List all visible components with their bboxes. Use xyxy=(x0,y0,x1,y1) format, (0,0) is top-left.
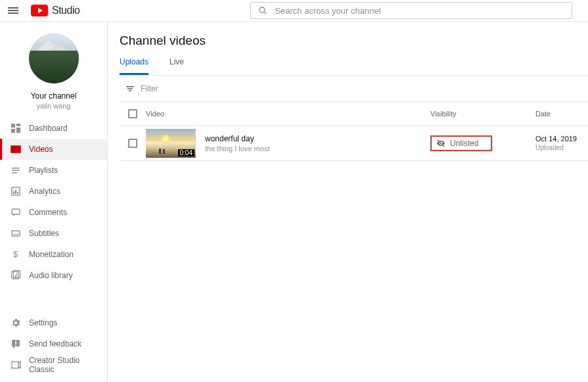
sidebar-item-label: Comments xyxy=(29,208,67,217)
tab-uploads[interactable]: Uploads xyxy=(120,57,148,75)
svg-rect-28 xyxy=(15,345,16,346)
svg-rect-31 xyxy=(127,88,133,89)
gear-icon xyxy=(11,318,29,328)
upload-status: Uploaded xyxy=(535,144,580,151)
svg-rect-5 xyxy=(16,128,20,133)
select-all-checkbox[interactable] xyxy=(128,109,137,118)
svg-line-1 xyxy=(264,12,266,14)
sidebar-item-playlists[interactable]: Playlists xyxy=(0,160,107,181)
visibility-cell[interactable]: Unlisted xyxy=(430,135,492,151)
hamburger-menu-button[interactable] xyxy=(0,6,26,15)
sidebar-item-dashboard[interactable]: Dashboard xyxy=(0,118,107,139)
svg-marker-26 xyxy=(13,346,15,348)
page-title: Channel videos xyxy=(120,34,588,48)
svg-rect-32 xyxy=(129,90,131,91)
sidebar-item-videos[interactable]: Videos xyxy=(0,139,107,160)
channel-avatar xyxy=(29,34,79,84)
youtube-play-icon xyxy=(31,5,48,16)
classic-studio-icon xyxy=(11,360,29,370)
sidebar-item-monetization[interactable]: $ Monetization xyxy=(0,244,107,265)
search-icon xyxy=(258,5,268,16)
svg-rect-18 xyxy=(13,234,16,235)
svg-rect-17 xyxy=(12,231,20,236)
table-row[interactable]: 0:04 wonderful day the thing I love most… xyxy=(120,126,588,161)
sidebar-item-subtitles[interactable]: Subtitles xyxy=(0,223,107,244)
svg-rect-8 xyxy=(12,168,20,169)
dashboard-icon xyxy=(11,123,29,133)
video-description: the thing I love most xyxy=(205,145,430,153)
logo-text: Studio xyxy=(52,5,79,16)
monetization-icon: $ xyxy=(11,249,29,260)
sidebar-item-analytics[interactable]: Analytics xyxy=(0,181,107,202)
svg-rect-10 xyxy=(12,172,17,174)
sidebar-item-classic[interactable]: Creator Studio Classic xyxy=(0,354,107,375)
channel-name: yalin wang xyxy=(0,102,107,110)
upload-date: Oct 14, 2019 xyxy=(535,135,580,143)
search-box[interactable] xyxy=(250,2,572,19)
column-visibility[interactable]: Visibility xyxy=(430,110,535,118)
sidebar-item-label: Playlists xyxy=(29,166,58,175)
sidebar-item-settings[interactable]: Settings xyxy=(0,312,107,333)
sidebar-item-audio-library[interactable]: Audio library xyxy=(0,265,107,286)
sidebar-item-label: Monetization xyxy=(29,250,74,259)
table-header: Video Visibility Date xyxy=(120,102,588,126)
svg-rect-3 xyxy=(16,124,20,126)
studio-logo[interactable]: Studio xyxy=(31,5,79,16)
sidebar-item-label: Creator Studio Classic xyxy=(29,356,107,374)
svg-rect-24 xyxy=(16,273,17,275)
sidebar-item-label: Audio library xyxy=(29,271,73,280)
svg-rect-15 xyxy=(12,209,20,214)
playlists-icon xyxy=(11,165,29,176)
svg-rect-14 xyxy=(17,192,18,194)
svg-rect-27 xyxy=(15,341,16,344)
sidebar-item-label: Videos xyxy=(29,145,53,154)
channel-block[interactable]: Your channel yalin wang xyxy=(0,22,107,118)
video-duration: 0:04 xyxy=(178,149,194,156)
row-checkbox[interactable] xyxy=(128,139,137,148)
filter-icon[interactable] xyxy=(120,84,141,94)
svg-rect-29 xyxy=(12,362,18,368)
svg-rect-30 xyxy=(126,86,134,87)
column-date[interactable]: Date xyxy=(535,110,588,118)
svg-point-0 xyxy=(260,7,265,12)
svg-rect-13 xyxy=(15,190,16,194)
sidebar-item-label: Subtitles xyxy=(29,229,59,238)
svg-rect-2 xyxy=(11,124,15,128)
videos-icon xyxy=(11,144,29,155)
column-video[interactable]: Video xyxy=(146,110,430,118)
sidebar-item-label: Send feedback xyxy=(29,339,81,348)
feedback-icon xyxy=(11,339,29,349)
svg-rect-19 xyxy=(16,234,18,235)
sidebar-item-comments[interactable]: Comments xyxy=(0,202,107,223)
svg-rect-4 xyxy=(11,129,15,133)
svg-rect-12 xyxy=(13,191,14,194)
search-input[interactable] xyxy=(275,6,572,16)
visibility-label: Unlisted xyxy=(450,139,478,148)
date-cell: Oct 14, 2019 Uploaded xyxy=(535,135,588,151)
subtitles-icon xyxy=(11,228,29,239)
channel-label: Your channel xyxy=(0,91,107,101)
sidebar-item-feedback[interactable]: Send feedback xyxy=(0,333,107,354)
svg-rect-9 xyxy=(12,170,20,172)
sidebar-item-label: Analytics xyxy=(29,187,60,196)
unlisted-icon xyxy=(436,138,446,149)
sidebar-item-label: Settings xyxy=(29,318,57,327)
video-title[interactable]: wonderful day xyxy=(205,134,430,143)
tab-live[interactable]: Live xyxy=(170,57,184,75)
analytics-icon xyxy=(11,186,29,197)
audio-library-icon xyxy=(11,270,29,281)
comments-icon xyxy=(11,207,29,218)
filter-input[interactable] xyxy=(141,84,239,93)
svg-text:$: $ xyxy=(13,249,18,259)
menu-icon xyxy=(8,6,18,15)
sidebar-item-label: Dashboard xyxy=(29,124,68,133)
video-thumbnail[interactable]: 0:04 xyxy=(146,129,196,158)
